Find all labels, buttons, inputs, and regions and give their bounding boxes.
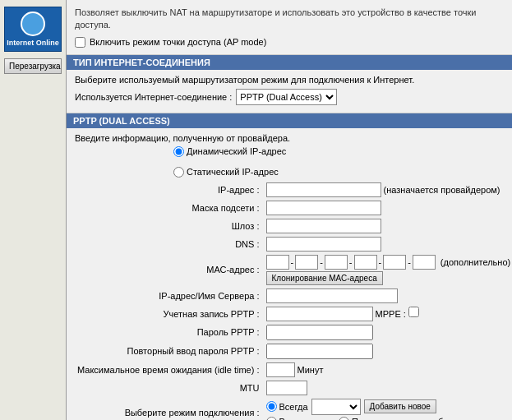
add-new-button[interactable]: Добавить новое	[364, 399, 436, 413]
gateway-row: Шлоз :	[75, 217, 512, 235]
mac-row: МАС-адрес : 00 - 1B - fc - a2 -	[75, 253, 512, 287]
mac-field-6[interactable]: ea	[413, 255, 436, 270]
pptp-password-input[interactable]	[266, 325, 373, 340]
clone-mac-button[interactable]: Клонирование МАС-адреса	[266, 271, 383, 285]
mac-field-3[interactable]: fc	[325, 255, 348, 270]
gateway-input[interactable]	[266, 219, 381, 233]
connection-type-header: ТИП ИНТЕРНЕТ-СОЕДИНЕНИЯ	[67, 55, 512, 70]
mac-field-2[interactable]: 1B	[295, 255, 318, 270]
connection-type-row: Используется Интернет-соединение : PPTP …	[75, 89, 512, 105]
dns-label: DNS :	[75, 235, 264, 253]
server-input[interactable]: 172.21.0.1	[266, 288, 398, 303]
connect-mode-row: Выберите режим подключения : Всегда Доб	[75, 397, 512, 420]
ip-address-input[interactable]	[266, 182, 381, 197]
ip-address-label: IP-адрес :	[75, 181, 264, 199]
pptp-section: PPTP (DUAL ACCESS) Введите информацию, п…	[67, 113, 512, 420]
on-demand-radio[interactable]	[339, 417, 349, 420]
mppe-label-text: MPPE :	[376, 309, 406, 319]
always-label: Всегда	[279, 402, 308, 412]
idle-time-row: Максимальное время ожидания (idle time) …	[75, 361, 512, 379]
connection-type-section: ТИП ИНТЕРНЕТ-СОЕДИНЕНИЯ Выберите использ…	[67, 55, 512, 113]
always-select[interactable]	[311, 399, 361, 415]
mppe-checkbox[interactable]	[408, 307, 419, 317]
dynamic-ip-label[interactable]: Динамический IP-адрес	[173, 146, 512, 157]
subnet-row: Маска подсети :	[75, 199, 512, 217]
pptp-password-label: Пароль PPTP :	[75, 323, 264, 342]
mac-field-4[interactable]: a2	[354, 255, 377, 270]
manual-on-demand-row: Вручную Подключение по требованию	[266, 417, 511, 420]
main-content: Позволяет выключить NAT на маршрутизатор…	[67, 0, 512, 420]
server-label: IP-адрес/Имя Сервера :	[75, 287, 264, 305]
dns-row: DNS :	[75, 235, 512, 253]
idle-time-label: Максимальное время ожидания (idle time) …	[75, 361, 264, 379]
pptp-password-row: Пароль PPTP :	[75, 323, 512, 342]
static-ip-radio[interactable]	[173, 167, 184, 178]
always-row: Всегда Добавить новое	[266, 399, 511, 415]
pptp-description: Введите информацию, полученную от провай…	[75, 133, 512, 143]
mtu-row: MTU 1400	[75, 379, 512, 397]
dns-input[interactable]	[266, 237, 381, 252]
subnet-input[interactable]	[266, 201, 381, 215]
always-radio[interactable]	[266, 401, 277, 412]
mac-field-5[interactable]: 8b	[383, 255, 406, 270]
dynamic-ip-radio[interactable]	[173, 146, 184, 157]
pptp-form-table: IP-адрес : (назначается провайдером) Мас…	[75, 181, 512, 420]
pptp-header: PPTP (DUAL ACCESS)	[67, 113, 512, 128]
pptp-account-input[interactable]	[266, 307, 373, 321]
static-ip-label[interactable]: Статический IP-адрес	[173, 167, 512, 178]
mac-label: МАС-адрес :	[75, 253, 264, 287]
connection-type-body: Выберите используемый маршрутизатором ре…	[67, 70, 512, 113]
mac-field-1[interactable]: 00	[266, 255, 289, 270]
pptp-password-repeat-label: Повторный ввод пароля PPTP :	[75, 342, 264, 361]
pptp-body: Введите информацию, полученную от провай…	[67, 128, 512, 420]
ap-mode-checkbox-label: Включить режим точки доступа (AP mode)	[90, 37, 266, 47]
pptp-password-repeat-row: Повторный ввод пароля PPTP :	[75, 342, 512, 361]
ap-mode-description: Позволяет выключить NAT на маршрутизатор…	[75, 7, 512, 32]
connection-type-select[interactable]: PPTP (Dual Access) PPPoE DHCP Static IP …	[236, 89, 337, 105]
manual-radio[interactable]	[266, 417, 277, 420]
ap-mode-section: Позволяет выключить NAT на маршрутизатор…	[67, 0, 512, 55]
on-demand-label: Подключение по требованию	[352, 417, 475, 420]
pptp-account-label: Учетная запись PPTP :	[75, 305, 264, 323]
subnet-label: Маска подсети :	[75, 199, 264, 217]
sidebar-logo-text: Internet Online	[7, 39, 59, 47]
mtu-input[interactable]: 1400	[266, 381, 307, 395]
manual-label: Вручную	[279, 417, 316, 420]
connect-mode-label: Выберите режим подключения :	[75, 397, 264, 420]
internet-online-icon	[21, 12, 45, 36]
pptp-account-row: Учетная запись PPTP : MPPE :	[75, 305, 512, 323]
pptp-password-repeat-input[interactable]	[266, 344, 373, 359]
ap-mode-checkbox[interactable]	[75, 37, 85, 48]
server-row: IP-адрес/Имя Сервера : 172.21.0.1	[75, 287, 512, 305]
ip-address-note: (назначается провайдером)	[384, 185, 500, 195]
ip-address-row: IP-адрес : (назначается провайдером)	[75, 181, 512, 199]
reload-button[interactable]: Перезагрузка	[4, 58, 62, 74]
connect-mode-options: Всегда Добавить новое Вручную	[266, 399, 511, 420]
sidebar-logo: Internet Online	[4, 7, 62, 52]
connection-type-description: Выберите используемый маршрутизатором ре…	[75, 75, 512, 85]
gateway-label: Шлоз :	[75, 217, 264, 235]
mtu-label: MTU	[75, 379, 264, 397]
ap-mode-checkbox-row: Включить режим точки доступа (AP mode)	[75, 37, 512, 48]
mac-fields: 00 - 1B - fc - a2 - 8b - ea	[266, 255, 511, 270]
mac-note: (дополнительно)	[441, 257, 510, 267]
ip-type-row: Динамический IP-адрес Статический IP-адр…	[75, 146, 512, 178]
sidebar: Internet Online Перезагрузка	[0, 0, 67, 420]
connection-type-label: Используется Интернет-соединение :	[75, 92, 232, 102]
idle-time-unit: Минут	[298, 365, 324, 375]
idle-time-input[interactable]: 5	[266, 362, 295, 377]
